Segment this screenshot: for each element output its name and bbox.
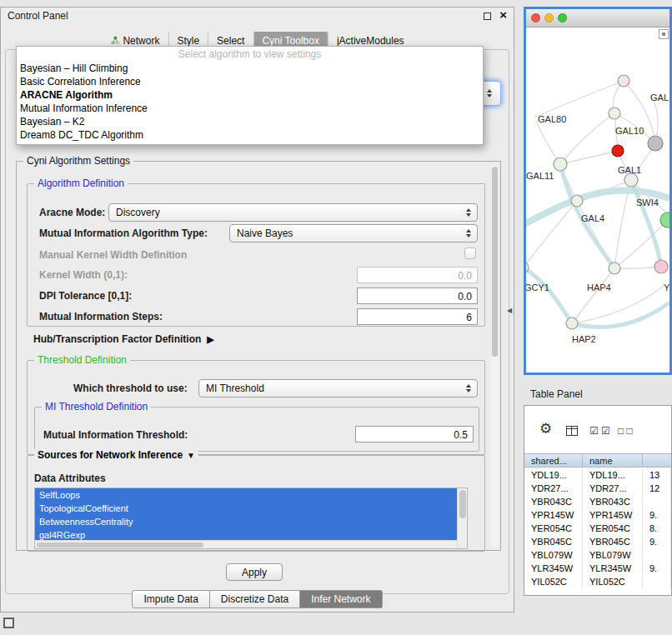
- table-row[interactable]: YPR145WYPR145W9.: [524, 508, 671, 522]
- scrollbar-thumb[interactable]: [459, 490, 466, 518]
- network-node[interactable]: [618, 75, 629, 87]
- dropdown-item[interactable]: Basic Correlation Inference: [17, 75, 483, 88]
- minimized-panel-icon[interactable]: [3, 618, 14, 628]
- cyni-mode-tab-bar: Impute DataDiscretize DataInfer Network: [1, 590, 514, 608]
- table-cell: 12: [643, 482, 671, 495]
- table-row[interactable]: YBL079WYBL079W: [524, 548, 671, 562]
- sources-section-label: Sources for Network Inference: [38, 449, 183, 461]
- network-node[interactable]: [648, 136, 663, 151]
- dropdown-item[interactable]: Mutual Information Inference: [17, 102, 483, 115]
- dropdown-item[interactable]: Bayesian – K2: [17, 115, 483, 128]
- close-traffic-light[interactable]: [531, 13, 540, 22]
- mi-algorithm-type-combobox[interactable]: Naive Bayes: [229, 224, 478, 242]
- node-label: GAL10: [615, 126, 644, 136]
- zoom-traffic-light[interactable]: [558, 13, 567, 22]
- table-row[interactable]: YIL052CYIL052C: [524, 575, 671, 588]
- network-node[interactable]: [554, 158, 567, 171]
- tab-discretize-data[interactable]: Discretize Data: [210, 590, 300, 608]
- attribute-list[interactable]: SelfLoopsTopologicalCoefficientBetweenne…: [34, 488, 468, 549]
- float-window-icon[interactable]: [484, 12, 491, 20]
- table-row[interactable]: YDL19...YDL19...13: [524, 468, 671, 482]
- settings-scrollbar[interactable]: [491, 165, 499, 547]
- panel-splitter-handle[interactable]: ◀: [507, 307, 512, 314]
- table-row[interactable]: YBR043CYBR043C: [524, 495, 671, 508]
- table-cell: YBR043C: [583, 495, 643, 508]
- network-graph[interactable]: GAL80GALGAL10GAL11GAL1SWI4GAL4GCY1HAP4YH…: [526, 28, 669, 372]
- table-cell: YBR043C: [524, 495, 583, 508]
- apply-button[interactable]: Apply: [226, 563, 283, 581]
- table-cell: YIL052C: [583, 575, 643, 588]
- hub-tf-section-toggle[interactable]: Hub/Transcription Factor Definition ▶: [33, 333, 214, 345]
- attribute-item[interactable]: SelfLoops: [35, 488, 457, 502]
- unselect-all-columns-icon[interactable]: □ □: [618, 425, 633, 437]
- table-body: YDL19...YDL19...13YDR27...YDR27...12YBR0…: [524, 468, 671, 595]
- network-window-titlebar[interactable]: [526, 9, 669, 28]
- list-vertical-scrollbar[interactable]: [457, 488, 467, 548]
- node-label: SWI4: [636, 198, 659, 208]
- table-cell: YBR045C: [583, 535, 643, 548]
- network-node[interactable]: [609, 262, 620, 274]
- network-node[interactable]: [624, 173, 638, 187]
- select-all-columns-icon[interactable]: ☑ ☑: [589, 425, 610, 437]
- column-header[interactable]: name: [583, 454, 643, 467]
- dropdown-item[interactable]: Bayesian – Hill Climbing: [17, 62, 483, 75]
- network-edge-highlighted[interactable]: [572, 302, 669, 327]
- network-node[interactable]: [609, 108, 620, 119]
- list-horizontal-scrollbar[interactable]: [35, 540, 457, 548]
- tab-label: Cyni Toolbox: [262, 35, 318, 47]
- table-panel-title: Table Panel: [530, 388, 583, 400]
- close-window-icon[interactable]: ×: [499, 8, 507, 22]
- dpi-tolerance-field[interactable]: 0.0: [357, 288, 478, 304]
- node-label: HAP4: [587, 282, 611, 292]
- dropdown-item[interactable]: ARACNE Algorithm: [17, 88, 483, 102]
- aracne-mode-combobox[interactable]: Discovery: [108, 203, 478, 222]
- table-cell: YPR145W: [583, 508, 643, 522]
- kernel-width-field: 0.0: [357, 267, 478, 283]
- collapse-right-icon: ▶: [207, 334, 213, 345]
- network-node[interactable]: [654, 260, 668, 273]
- tab-impute-data[interactable]: Impute Data: [132, 590, 209, 608]
- algorithm-dropdown-popup: Select algorithm to view settingsBayesia…: [16, 46, 484, 145]
- which-threshold-label: Which threshold to use:: [73, 382, 188, 394]
- table-cell: YER054C: [583, 522, 643, 535]
- table-cell: YDR27...: [583, 482, 643, 495]
- scrollbar-thumb[interactable]: [492, 167, 498, 357]
- control-panel-window: Control Panel × NetworkStyleSelectCyni T…: [0, 7, 514, 612]
- show-columns-icon[interactable]: [566, 426, 578, 436]
- column-header[interactable]: shared...: [524, 454, 583, 467]
- network-node[interactable]: [571, 195, 583, 207]
- mi-threshold-field[interactable]: 0.5: [355, 426, 474, 442]
- network-canvas[interactable]: GAL80GALGAL10GAL11GAL1SWI4GAL4GCY1HAP4YH…: [526, 28, 669, 372]
- table-cell: YBL079W: [524, 548, 583, 562]
- network-node[interactable]: [566, 318, 578, 329]
- mi-steps-field[interactable]: 6: [357, 308, 478, 325]
- network-edge[interactable]: [560, 151, 618, 164]
- sources-section-toggle[interactable]: Sources for Network Inference▼: [34, 449, 198, 461]
- table-cell: [643, 575, 671, 588]
- table-row[interactable]: YER054CYER054C8.: [524, 522, 671, 535]
- table-row[interactable]: YLR345WYLR345W9.: [524, 562, 671, 575]
- column-header[interactable]: [643, 454, 671, 467]
- minimize-traffic-light[interactable]: [544, 13, 554, 22]
- dropdown-prompt-text: Select algorithm to view settings: [17, 48, 483, 62]
- scrollbar-thumb[interactable]: [37, 542, 203, 548]
- table-row[interactable]: YBR045CYBR045C9.: [524, 535, 671, 548]
- which-threshold-combobox[interactable]: MI Threshold: [198, 379, 478, 398]
- node-label: GCY1: [526, 282, 549, 292]
- network-edge-highlighted[interactable]: [526, 268, 572, 323]
- birdseye-toggle-icon[interactable]: [659, 29, 669, 39]
- table-row[interactable]: YDR27...YDR27...12: [524, 482, 671, 495]
- table-cell: YBL079W: [583, 548, 643, 562]
- gear-icon[interactable]: ⚙: [539, 420, 552, 438]
- tab-infer-network[interactable]: Infer Network: [300, 590, 382, 608]
- network-node[interactable]: [660, 212, 669, 228]
- network-node[interactable]: [612, 145, 624, 157]
- collapse-down-icon: ▼: [187, 451, 195, 460]
- algorithm-definition-title: Algorithm Definition: [34, 178, 128, 189]
- network-edge[interactable]: [560, 113, 614, 164]
- attribute-item[interactable]: TopologicalCoefficient: [35, 502, 457, 515]
- attribute-item[interactable]: BetweennessCentrality: [35, 515, 457, 528]
- network-edge[interactable]: [536, 121, 560, 164]
- dropdown-item[interactable]: Dream8 DC_TDC Algorithm: [17, 128, 483, 142]
- table-cell: YPR145W: [524, 508, 583, 522]
